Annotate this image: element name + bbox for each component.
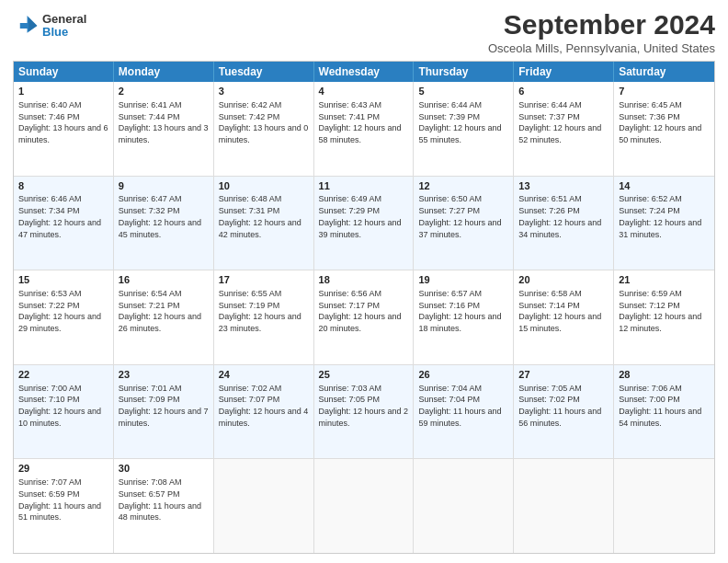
cal-header-saturday: Saturday — [614, 62, 714, 82]
day-number: 10 — [219, 179, 309, 193]
calendar: SundayMondayTuesdayWednesdayThursdayFrid… — [13, 61, 715, 554]
cal-cell-day-3: 3Sunrise: 6:42 AMSunset: 7:42 PMDaylight… — [214, 82, 314, 176]
day-number: 16 — [119, 273, 209, 287]
day-number: 20 — [518, 273, 609, 287]
logo-icon — [13, 13, 39, 39]
day-number: 28 — [619, 368, 710, 382]
cal-cell-day-25: 25Sunrise: 7:03 AMSunset: 7:05 PMDayligh… — [314, 365, 415, 459]
cell-info: Sunrise: 7:03 AMSunset: 7:05 PMDaylight:… — [319, 384, 409, 428]
cal-header-thursday: Thursday — [414, 62, 514, 82]
day-number: 4 — [319, 85, 409, 98]
cal-cell-day-9: 9Sunrise: 6:47 AMSunset: 7:32 PMDaylight… — [114, 177, 214, 270]
cell-info: Sunrise: 6:40 AMSunset: 7:46 PMDaylight:… — [18, 100, 108, 144]
cell-info: Sunrise: 7:01 AMSunset: 7:09 PMDaylight:… — [119, 384, 209, 428]
cal-cell-day-19: 19Sunrise: 6:57 AMSunset: 7:16 PMDayligh… — [414, 270, 514, 364]
day-number: 30 — [119, 462, 209, 476]
cal-cell-day-7: 7Sunrise: 6:45 AMSunset: 7:36 PMDaylight… — [614, 82, 714, 176]
cell-info: Sunrise: 6:50 AMSunset: 7:27 PMDaylight:… — [418, 194, 501, 238]
cal-cell-day-17: 17Sunrise: 6:55 AMSunset: 7:19 PMDayligh… — [214, 270, 314, 364]
cal-header-monday: Monday — [114, 62, 214, 82]
cal-header-tuesday: Tuesday — [214, 62, 314, 82]
cell-info: Sunrise: 6:42 AMSunset: 7:42 PMDaylight:… — [219, 100, 309, 144]
cal-cell-day-5: 5Sunrise: 6:44 AMSunset: 7:39 PMDaylight… — [414, 82, 514, 176]
day-number: 7 — [619, 85, 710, 98]
location-subtitle: Osceola Mills, Pennsylvania, United Stat… — [488, 41, 715, 55]
day-number: 27 — [518, 368, 609, 382]
cal-cell-day-24: 24Sunrise: 7:02 AMSunset: 7:07 PMDayligh… — [214, 365, 314, 459]
cell-info: Sunrise: 7:05 AMSunset: 7:02 PMDaylight:… — [518, 384, 601, 428]
cal-cell-day-11: 11Sunrise: 6:49 AMSunset: 7:29 PMDayligh… — [314, 177, 415, 270]
cal-cell-day-12: 12Sunrise: 6:50 AMSunset: 7:27 PMDayligh… — [414, 177, 514, 270]
cal-cell-day-27: 27Sunrise: 7:05 AMSunset: 7:02 PMDayligh… — [514, 365, 614, 459]
cell-info: Sunrise: 6:55 AMSunset: 7:19 PMDaylight:… — [219, 289, 301, 333]
day-number: 12 — [418, 179, 508, 193]
day-number: 11 — [319, 179, 409, 193]
cell-info: Sunrise: 6:44 AMSunset: 7:37 PMDaylight:… — [518, 100, 601, 144]
cal-cell-empty — [614, 459, 714, 553]
day-number: 21 — [619, 273, 710, 287]
day-number: 9 — [119, 179, 209, 193]
cal-header-wednesday: Wednesday — [314, 62, 415, 82]
cell-info: Sunrise: 6:59 AMSunset: 7:12 PMDaylight:… — [619, 289, 701, 333]
day-number: 22 — [18, 368, 108, 382]
day-number: 26 — [418, 368, 508, 382]
cell-info: Sunrise: 6:58 AMSunset: 7:14 PMDaylight:… — [518, 289, 601, 333]
logo-line2: Blue — [42, 26, 86, 39]
day-number: 23 — [119, 368, 209, 382]
day-number: 6 — [518, 85, 609, 98]
cell-info: Sunrise: 6:54 AMSunset: 7:21 PMDaylight:… — [119, 289, 201, 333]
month-title: September 2024 — [488, 9, 715, 40]
calendar-header-row: SundayMondayTuesdayWednesdayThursdayFrid… — [14, 62, 714, 82]
day-number: 13 — [518, 179, 609, 193]
logo-line1: General — [42, 13, 86, 26]
day-number: 1 — [18, 85, 108, 98]
cal-cell-day-21: 21Sunrise: 6:59 AMSunset: 7:12 PMDayligh… — [614, 270, 714, 364]
cell-info: Sunrise: 6:52 AMSunset: 7:24 PMDaylight:… — [619, 194, 701, 238]
cal-week-4: 22Sunrise: 7:00 AMSunset: 7:10 PMDayligh… — [14, 365, 714, 460]
cal-week-1: 1Sunrise: 6:40 AMSunset: 7:46 PMDaylight… — [14, 82, 714, 177]
cell-info: Sunrise: 6:48 AMSunset: 7:31 PMDaylight:… — [219, 194, 301, 238]
cal-cell-empty — [214, 459, 314, 553]
cal-cell-day-16: 16Sunrise: 6:54 AMSunset: 7:21 PMDayligh… — [114, 270, 214, 364]
cal-cell-day-6: 6Sunrise: 6:44 AMSunset: 7:37 PMDaylight… — [514, 82, 614, 176]
cal-cell-day-15: 15Sunrise: 6:53 AMSunset: 7:22 PMDayligh… — [14, 270, 114, 364]
cell-info: Sunrise: 7:00 AMSunset: 7:10 PMDaylight:… — [18, 384, 101, 428]
title-block: September 2024 Osceola Mills, Pennsylvan… — [488, 9, 715, 55]
day-number: 14 — [619, 179, 710, 193]
cal-cell-day-22: 22Sunrise: 7:00 AMSunset: 7:10 PMDayligh… — [14, 365, 114, 459]
cal-cell-day-20: 20Sunrise: 6:58 AMSunset: 7:14 PMDayligh… — [514, 270, 614, 364]
cell-info: Sunrise: 7:08 AMSunset: 6:57 PMDaylight:… — [119, 477, 201, 522]
cal-cell-day-14: 14Sunrise: 6:52 AMSunset: 7:24 PMDayligh… — [614, 177, 714, 270]
day-number: 29 — [18, 462, 108, 476]
day-number: 5 — [418, 85, 508, 98]
cal-cell-day-1: 1Sunrise: 6:40 AMSunset: 7:46 PMDaylight… — [14, 82, 114, 176]
cal-cell-empty — [514, 459, 614, 553]
cal-cell-day-28: 28Sunrise: 7:06 AMSunset: 7:00 PMDayligh… — [614, 365, 714, 459]
cal-cell-day-23: 23Sunrise: 7:01 AMSunset: 7:09 PMDayligh… — [114, 365, 214, 459]
day-number: 15 — [18, 273, 108, 287]
cal-cell-day-30: 30Sunrise: 7:08 AMSunset: 6:57 PMDayligh… — [114, 459, 214, 553]
cal-cell-day-13: 13Sunrise: 6:51 AMSunset: 7:26 PMDayligh… — [514, 177, 614, 270]
cell-info: Sunrise: 7:02 AMSunset: 7:07 PMDaylight:… — [219, 384, 309, 428]
header: General Blue September 2024 Osceola Mill… — [13, 9, 715, 55]
cell-info: Sunrise: 6:49 AMSunset: 7:29 PMDaylight:… — [319, 194, 402, 238]
cal-cell-day-29: 29Sunrise: 7:07 AMSunset: 6:59 PMDayligh… — [14, 459, 114, 553]
cal-cell-day-4: 4Sunrise: 6:43 AMSunset: 7:41 PMDaylight… — [314, 82, 415, 176]
day-number: 24 — [219, 368, 309, 382]
cal-header-sunday: Sunday — [14, 62, 114, 82]
cal-cell-day-2: 2Sunrise: 6:41 AMSunset: 7:44 PMDaylight… — [114, 82, 214, 176]
calendar-body: 1Sunrise: 6:40 AMSunset: 7:46 PMDaylight… — [14, 82, 714, 553]
cell-info: Sunrise: 6:45 AMSunset: 7:36 PMDaylight:… — [619, 100, 701, 144]
cal-week-2: 8Sunrise: 6:46 AMSunset: 7:34 PMDaylight… — [14, 177, 714, 271]
cell-info: Sunrise: 6:53 AMSunset: 7:22 PMDaylight:… — [18, 289, 101, 333]
cal-cell-empty — [314, 459, 415, 553]
cal-cell-day-10: 10Sunrise: 6:48 AMSunset: 7:31 PMDayligh… — [214, 177, 314, 270]
day-number: 19 — [418, 273, 508, 287]
cal-cell-day-26: 26Sunrise: 7:04 AMSunset: 7:04 PMDayligh… — [414, 365, 514, 459]
cell-info: Sunrise: 6:44 AMSunset: 7:39 PMDaylight:… — [418, 100, 501, 144]
day-number: 25 — [319, 368, 409, 382]
svg-marker-1 — [28, 17, 37, 32]
day-number: 17 — [219, 273, 309, 287]
cal-header-friday: Friday — [514, 62, 614, 82]
cell-info: Sunrise: 6:47 AMSunset: 7:32 PMDaylight:… — [119, 194, 201, 238]
